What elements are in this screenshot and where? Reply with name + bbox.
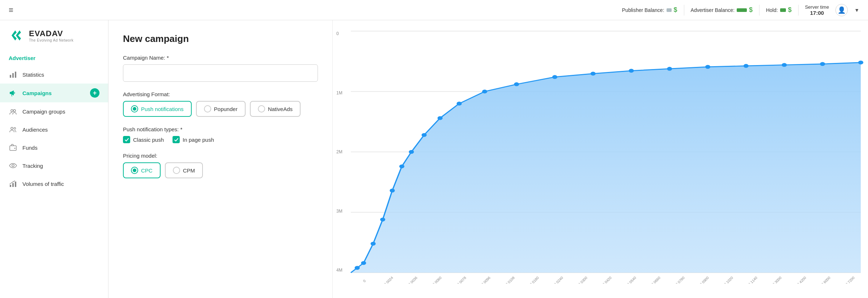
chart-dot xyxy=(744,64,749,68)
format-native-radio xyxy=(258,105,265,112)
x-label-1140: 0.1140 xyxy=(743,273,763,284)
svg-point-6 xyxy=(13,110,16,112)
chart-dot xyxy=(820,62,825,66)
chart-y-labels: 4M 3M 2M 1M 0 xyxy=(336,31,349,273)
sidebar-item-volumes[interactable]: Volumes of traffic xyxy=(0,175,108,193)
chart-dot xyxy=(667,67,672,71)
chart-dot xyxy=(380,218,385,222)
advertiser-balance-label: Advertiser Balance: xyxy=(691,7,735,13)
format-push-radio-inner xyxy=(133,107,136,111)
wallet-icon xyxy=(9,143,17,152)
server-time-value: 17:00 xyxy=(805,10,829,16)
svg-rect-2 xyxy=(10,75,11,78)
y-label-3m: 3M xyxy=(336,209,349,214)
form-section: New campaign Campaign Name: * Advertisin… xyxy=(109,20,333,298)
x-label-3000: 0.3000 xyxy=(767,273,787,284)
y-label-2m: 2M xyxy=(336,149,349,154)
chart-dot xyxy=(552,75,557,79)
format-popunder-radio xyxy=(204,105,211,112)
server-time-label: Server time xyxy=(805,4,829,10)
x-label-0036: 0.0036 xyxy=(403,273,423,284)
format-push-button[interactable]: Push notifications xyxy=(123,101,192,117)
x-label-0240: 0.0240 xyxy=(549,273,569,284)
chart-section: 4M 3M 2M 1M 0 xyxy=(333,20,868,298)
x-label-0540: 0.0540 xyxy=(621,273,641,284)
x-label-0024: 0.0024 xyxy=(379,273,399,284)
svg-rect-4 xyxy=(15,72,16,78)
campaign-name-input[interactable] xyxy=(123,64,318,82)
sidebar-item-campaign-groups[interactable]: Campaign groups xyxy=(0,102,108,120)
group-icon xyxy=(9,107,17,116)
sidebar-item-audiences[interactable]: Audiences xyxy=(0,120,108,139)
sidebar-label-statistics: Statistics xyxy=(22,72,44,78)
x-label-4200: 0.4200 xyxy=(791,273,811,284)
campaign-name-label: Campaign Name: * xyxy=(123,55,318,61)
logo-text: EVADAV The Evolving Ad Network xyxy=(29,29,73,42)
sidebar-item-funds[interactable]: Funds xyxy=(0,139,108,157)
logo-icon xyxy=(9,27,25,43)
svg-point-10 xyxy=(14,148,16,149)
bar-chart-icon xyxy=(9,70,17,79)
x-label-0420: 0.0420 xyxy=(597,273,617,284)
hamburger-menu[interactable]: ≡ xyxy=(9,5,13,15)
chart-container: 4M 3M 2M 1M 0 xyxy=(336,31,861,284)
format-native-button[interactable]: NativeAds xyxy=(250,101,301,117)
sidebar-item-tracking[interactable]: Tracking xyxy=(0,157,108,175)
chart-dot xyxy=(457,102,462,106)
inpage-push-checkbox-label[interactable]: In page push xyxy=(173,136,214,143)
chart-dot xyxy=(390,189,395,193)
divider-1 xyxy=(684,5,684,16)
chart-dot xyxy=(591,72,596,76)
sidebar-item-campaigns[interactable]: Campaigns + xyxy=(0,84,108,102)
format-push-radio xyxy=(131,105,138,112)
classic-push-checkbox-label[interactable]: Classic push xyxy=(123,136,164,143)
hold-balance: Hold: $ xyxy=(766,6,792,14)
chart-dot xyxy=(482,90,487,94)
format-popunder-button[interactable]: Popunder xyxy=(196,101,246,117)
svg-rect-13 xyxy=(12,183,14,187)
sidebar: EVADAV The Evolving Ad Network Advertise… xyxy=(0,20,109,298)
format-native-label: NativeAds xyxy=(268,106,293,112)
volumes-icon xyxy=(9,179,17,188)
pricing-cpc-button[interactable]: CPC xyxy=(123,162,161,178)
x-label-0660: 0.0660 xyxy=(646,273,666,284)
advertiser-balance: Advertiser Balance: $ xyxy=(691,6,753,14)
x-label-0078: 0.0078 xyxy=(451,273,471,284)
publisher-balance: Publisher Balance: $ xyxy=(622,6,677,14)
page-title: New campaign xyxy=(123,33,318,44)
pricing-label: Pricing model: xyxy=(123,153,318,159)
pricing-cpm-radio xyxy=(173,167,180,174)
area-fill xyxy=(351,63,861,273)
x-label-0: 0 xyxy=(354,273,374,284)
add-campaign-button[interactable]: + xyxy=(90,88,99,98)
sidebar-label-campaign-groups: Campaign groups xyxy=(22,108,65,115)
pricing-cpm-button[interactable]: CPM xyxy=(165,162,203,178)
chart-dot xyxy=(355,266,360,270)
push-types-label: Push notification types: * xyxy=(123,126,318,132)
chart-dot xyxy=(361,261,366,265)
push-types-options: Classic push In page push xyxy=(123,136,318,143)
server-time: Server time 17:00 xyxy=(805,4,829,16)
sidebar-item-statistics[interactable]: Statistics xyxy=(0,65,108,84)
users-icon xyxy=(9,125,17,134)
sidebar-label-funds: Funds xyxy=(22,145,38,151)
layout: EVADAV The Evolving Ad Network Advertise… xyxy=(0,20,868,298)
divider-3 xyxy=(798,5,799,16)
hold-indicator xyxy=(780,8,786,12)
sidebar-label-audiences: Audiences xyxy=(22,127,48,133)
sidebar-label-tracking: Tracking xyxy=(22,163,43,169)
svg-point-5 xyxy=(11,110,13,112)
user-dropdown-arrow[interactable]: ▼ xyxy=(854,7,859,13)
y-label-4m: 4M xyxy=(336,268,349,273)
user-avatar[interactable]: 👤 xyxy=(835,4,848,16)
x-label-6000: 0.6000 xyxy=(816,273,836,284)
chart-dot xyxy=(399,165,404,169)
brand-tagline: The Evolving Ad Network xyxy=(29,38,73,42)
svg-point-7 xyxy=(11,127,13,129)
x-label-0180: 0.0180 xyxy=(524,273,544,284)
pricing-cpm-label: CPM xyxy=(183,167,195,174)
sidebar-label-volumes: Volumes of traffic xyxy=(22,181,64,187)
x-label-7200: 0.7200 xyxy=(840,273,860,284)
area-chart-svg xyxy=(351,31,861,273)
classic-push-label: Classic push xyxy=(133,137,164,143)
